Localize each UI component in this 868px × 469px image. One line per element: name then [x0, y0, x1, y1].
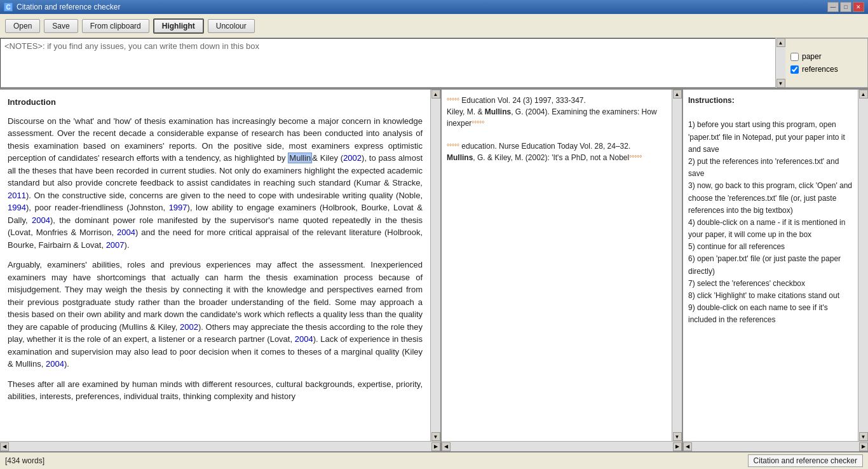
instr-scroll-container: Instructions: 1) before you start using …: [683, 90, 868, 441]
text-hscroll-track[interactable]: [9, 442, 431, 451]
link-2002-2[interactable]: 2002: [180, 322, 198, 332]
step-3: 3) now, go back to this program, click '…: [688, 181, 852, 214]
ref-bold-mullins-1: Mullins: [485, 107, 511, 116]
text-hscroll-right[interactable]: ▶: [431, 442, 440, 451]
ref-bullet-2: °°°°°: [471, 120, 484, 127]
ref-bullet-4: °°°°°: [629, 154, 642, 161]
scroll-track[interactable]: [776, 47, 785, 79]
ref-bullet-1: °°°°°: [447, 97, 459, 104]
paragraph-3: Theses after all are examined by human m…: [8, 378, 423, 403]
step-8: 8) click 'Highlight' to make citations s…: [688, 291, 839, 300]
title-bar: C Citation and reference checker — □ ✕: [0, 0, 868, 14]
toolbar: Open Save From clipboard Highlight Uncol…: [0, 14, 868, 38]
refs-hscroll-track[interactable]: [451, 442, 673, 451]
instr-hscroll-right[interactable]: ▶: [859, 442, 868, 451]
maximize-button[interactable]: □: [840, 2, 851, 12]
paragraph-2: Arguably, examiners' abilities, roles an…: [8, 259, 423, 370]
refs-scroll-track[interactable]: [672, 99, 682, 432]
ref-item-2: Kiley, M. & Mullins, G. (2004). Examinin…: [447, 106, 667, 129]
refs-hscroll-right[interactable]: ▶: [673, 442, 682, 451]
text-scroll-up[interactable]: ▲: [431, 90, 440, 99]
step-9: 9) double-click on each name to see if i…: [688, 303, 828, 324]
instructions-title: Instructions:: [688, 96, 735, 105]
text-scroll-container: Introduction Discourse on the 'what' and…: [0, 90, 440, 441]
minimize-button[interactable]: —: [827, 2, 839, 12]
intro-heading: Introduction: [8, 96, 423, 109]
text-pane: Introduction Discourse on the 'what' and…: [0, 90, 442, 451]
paper-checkbox-row: paper: [790, 52, 862, 61]
instr-scrollbar-v[interactable]: ▲ ▼: [858, 90, 868, 441]
step-5: 5) continue for all references: [688, 242, 785, 251]
refs-scroll-container: °°°°° Education Vol. 24 (3) 1997, 333-34…: [442, 90, 682, 441]
uncolour-button[interactable]: Uncolour: [208, 19, 255, 33]
instructions-pane: Instructions: 1) before you start using …: [683, 90, 868, 451]
paper-label[interactable]: paper: [802, 52, 822, 61]
window-title: Citation and reference checker: [17, 3, 827, 11]
refs-hscroll-left[interactable]: ◀: [442, 442, 451, 451]
ref-item-1: °°°°° Education Vol. 24 (3) 1997, 333-34…: [447, 95, 667, 106]
instr-scroll-track[interactable]: [858, 99, 868, 432]
ref-bullet-3: °°°°°: [447, 143, 459, 150]
step-4: 4) double-click on a name - if it is men…: [688, 218, 845, 239]
instr-scroll-up[interactable]: ▲: [859, 90, 868, 99]
top-pane: <NOTES>: if you find any issues, you can…: [0, 38, 868, 89]
link-2004-1[interactable]: 2004: [32, 215, 50, 225]
references-checkbox[interactable]: [790, 65, 799, 74]
from-clipboard-button[interactable]: From clipboard: [82, 19, 149, 33]
instr-scroll-down[interactable]: ▼: [859, 432, 868, 441]
instr-hscroll-track[interactable]: [692, 442, 859, 451]
status-bar: [434 words] Citation and reference check…: [0, 451, 868, 469]
refs-content: °°°°° Education Vol. 24 (3) 1997, 333-34…: [442, 90, 672, 441]
text-scroll-down[interactable]: ▼: [431, 432, 440, 441]
checkboxes-area: paper references: [785, 38, 868, 88]
paper-checkbox[interactable]: [790, 53, 799, 61]
link-2004-2[interactable]: 2004: [117, 228, 135, 237]
link-2002-1[interactable]: 2002: [343, 153, 362, 163]
notes-area: <NOTES>: if you find any issues, you can…: [0, 38, 775, 88]
save-button[interactable]: Save: [44, 19, 78, 33]
refs-scroll-down[interactable]: ▼: [673, 432, 682, 441]
notes-scrollbar[interactable]: ▲ ▼: [775, 38, 785, 88]
bottom-panes: Introduction Discourse on the 'what' and…: [0, 89, 868, 451]
refs-pane: °°°°° Education Vol. 24 (3) 1997, 333-34…: [442, 90, 683, 451]
text-scrollbar-v[interactable]: ▲ ▼: [430, 90, 440, 441]
scroll-up-arrow[interactable]: ▲: [776, 38, 785, 47]
step-7: 7) select the 'references' checkbox: [688, 279, 805, 288]
instr-hscroll-left[interactable]: ◀: [683, 442, 692, 451]
references-label[interactable]: references: [802, 65, 838, 74]
step-6: 6) open 'paper.txt' file (or just paste …: [688, 254, 841, 275]
highlight-button[interactable]: Highlight: [153, 18, 204, 34]
instr-hscrollbar[interactable]: ◀ ▶: [683, 441, 868, 451]
text-scroll-track[interactable]: [431, 99, 440, 432]
link-2004-4[interactable]: 2004: [46, 359, 64, 369]
ref-item-4: Mullins, G. & Kiley, M. (2002): 'It's a …: [447, 152, 667, 163]
text-hscroll-left[interactable]: ◀: [0, 442, 9, 451]
refs-scrollbar-v[interactable]: ▲ ▼: [672, 90, 682, 441]
open-button[interactable]: Open: [5, 19, 40, 33]
step-2: 2) put the references into 'references.t…: [688, 157, 839, 178]
instructions-content: Instructions: 1) before you start using …: [683, 90, 858, 441]
app-icon: C: [4, 3, 13, 11]
paragraph-1: Discourse on the 'what' and 'how' of the…: [8, 115, 423, 252]
main-area: <NOTES>: if you find any issues, you can…: [0, 38, 868, 451]
close-button[interactable]: ✕: [853, 2, 864, 12]
refs-scroll-up[interactable]: ▲: [673, 90, 682, 99]
highlighted-mullin: Mullin: [288, 153, 312, 163]
link-2004-3[interactable]: 2004: [295, 334, 313, 344]
app-name-status: Citation and reference checker: [748, 454, 863, 467]
ref-item-3: °°°°° education. Nurse Education Today V…: [447, 140, 667, 152]
link-1997[interactable]: 1997: [169, 203, 187, 212]
step-1: 1) before you start using this program, …: [688, 120, 845, 153]
references-checkbox-row: references: [790, 65, 862, 74]
window-controls: — □ ✕: [827, 2, 864, 12]
link-1994[interactable]: 1994: [8, 203, 26, 212]
word-count: [434 words]: [5, 456, 44, 465]
link-2011[interactable]: 2011: [8, 191, 26, 200]
ref-bold-mullins-2: Mullins: [447, 153, 473, 162]
text-content: Introduction Discourse on the 'what' and…: [0, 90, 430, 441]
refs-hscrollbar[interactable]: ◀ ▶: [442, 441, 682, 451]
link-2007[interactable]: 2007: [106, 240, 125, 250]
notes-placeholder: <NOTES>: if you find any issues, you can…: [4, 41, 259, 51]
text-hscrollbar[interactable]: ◀ ▶: [0, 441, 440, 451]
scroll-down-arrow[interactable]: ▼: [776, 79, 785, 88]
